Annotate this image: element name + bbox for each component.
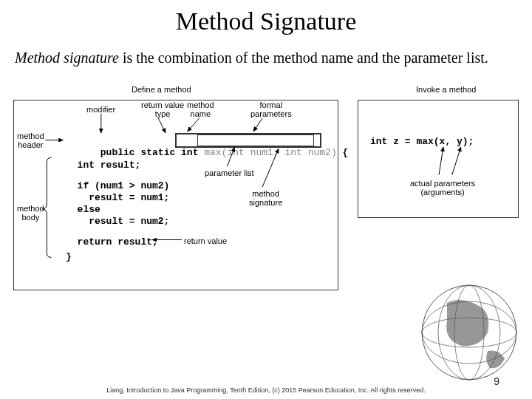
- code-header-signature: max(int num1, int num2): [204, 147, 336, 158]
- label-define: Define a method: [132, 85, 191, 94]
- svg-line-3: [253, 118, 262, 132]
- label-method-body: method body: [17, 204, 44, 222]
- right-arrows: [358, 100, 518, 217]
- desc-rest: is the combination of the method name an…: [119, 50, 488, 66]
- code-l5: result = num2;: [66, 216, 169, 227]
- label-parameter-list: parameter list: [205, 168, 254, 177]
- code-l6: return result;: [66, 236, 158, 248]
- diagram-area: Define a method Invoke a method modifier…: [13, 86, 519, 301]
- code-l3: result = num1;: [66, 192, 169, 203]
- code-l7: }: [66, 251, 72, 262]
- label-return-value: return value: [184, 236, 227, 245]
- label-invoke: Invoke a method: [416, 85, 476, 94]
- label-method-header: method header: [17, 132, 44, 149]
- code-l1: int result;: [66, 160, 140, 171]
- paramlist-box: [197, 134, 314, 146]
- code-l2: if (num1 > num2): [66, 180, 169, 191]
- code-header-modifiers: public static int: [100, 147, 204, 158]
- left-arrows: [14, 100, 338, 290]
- slide-title: Method Signature: [0, 7, 532, 35]
- svg-line-9: [452, 147, 461, 175]
- code-header-brace: {: [337, 147, 349, 158]
- footer-copyright: Liang, Introduction to Java Programming,…: [0, 386, 532, 395]
- label-actual-params: actual parameters (arguments): [410, 179, 475, 197]
- desc-emphasis: Method signature: [15, 50, 119, 66]
- code-l4: else: [66, 204, 100, 215]
- globe-icon: [417, 281, 521, 384]
- invoke-method-box: int z = max(x, y); actual parameters (ar…: [358, 100, 519, 218]
- code-invoke: int z = max(x, y);: [370, 136, 474, 147]
- label-return-type: return value type: [141, 100, 184, 118]
- svg-line-2: [188, 118, 200, 132]
- page-number: 9: [494, 375, 499, 387]
- define-method-box: modifier return value type method name f…: [13, 100, 338, 290]
- label-formal-params: formal parameters: [250, 100, 292, 118]
- svg-line-8: [439, 147, 443, 175]
- slide-description: Method signature is the combination of t…: [15, 49, 517, 67]
- label-method-name: method name: [187, 100, 214, 118]
- label-modifier: modifier: [86, 105, 115, 114]
- svg-line-1: [158, 118, 166, 133]
- label-method-signature: method signature: [249, 189, 282, 207]
